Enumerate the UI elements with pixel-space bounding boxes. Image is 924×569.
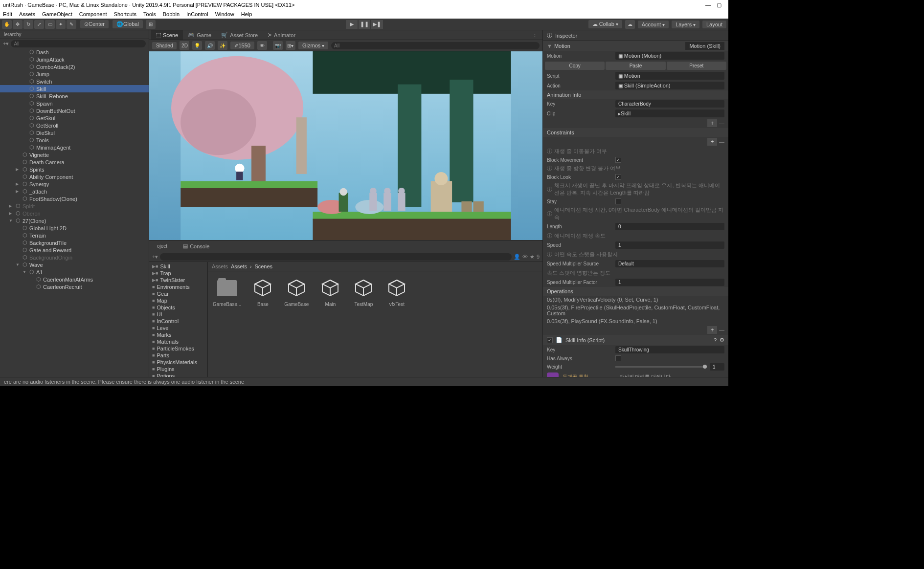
block-movement-checkbox[interactable] (615, 157, 621, 163)
tree-item[interactable]: ⬡ ComboAttack(2) (0, 63, 149, 70)
tree-item[interactable]: ⬡ Skill_Rebone (0, 92, 149, 100)
folder-item[interactable]: ■ Gear (150, 290, 206, 297)
folder-item[interactable]: ■ InControl (150, 318, 206, 325)
hand-tool-icon[interactable]: ✋ (2, 20, 12, 29)
folder-item[interactable]: ■ Potions (150, 372, 206, 377)
folder-item[interactable]: ▶■ Skill (150, 263, 206, 270)
script-value[interactable]: ▣ Motion (615, 72, 724, 80)
folder-item[interactable]: ■ Environments (150, 284, 206, 290)
skillinfo-header[interactable]: 📄 Skill Info (Script) ? ⚙ (543, 335, 728, 345)
tree-item[interactable]: ▶⬡ Oberon (0, 210, 149, 217)
asset-item[interactable]: GameBase (284, 276, 309, 307)
folder-tree[interactable]: ▶■ Skill▶■ Trap▶■ TwinSister■ Environmen… (149, 262, 208, 377)
tree-item[interactable]: ⬡ Skill (0, 85, 149, 92)
tab-project[interactable]: oject (152, 241, 172, 251)
asset-item[interactable]: vfxTest (385, 276, 408, 307)
motion-value[interactable]: ▣ Motion (Motion) (615, 52, 724, 60)
paste-button[interactable]: Paste (606, 62, 665, 70)
tab-console[interactable]: ▤ Console (178, 241, 214, 251)
pivot-global-button[interactable]: 🌐Global (113, 20, 143, 28)
pause-button[interactable]: ❚❚ (359, 20, 370, 29)
skill-key-value[interactable]: SkullThrowing (615, 346, 724, 353)
play-button[interactable]: ▶ (346, 20, 358, 29)
foldout-icon[interactable]: ▼ (547, 43, 552, 49)
speedmult-value[interactable]: Default (615, 260, 724, 267)
tree-item[interactable]: ⬡ CaerleonRecruit (0, 283, 149, 290)
tree-item[interactable]: ⬡ CaerleonManAtArms (0, 276, 149, 283)
asset-item[interactable]: Main (318, 276, 342, 307)
project-search-input[interactable] (160, 253, 511, 261)
scene-search-input[interactable] (331, 42, 540, 49)
lighting-icon[interactable]: 💡 (192, 41, 202, 50)
action-value[interactable]: ▣ Skill (SimpleAction) (615, 82, 724, 89)
foldout-icon[interactable]: ▶ (16, 167, 21, 172)
add-constraint-button[interactable]: + (707, 138, 717, 146)
weight-value[interactable]: 1 (710, 363, 724, 371)
menu-incontrol[interactable]: InControl (186, 11, 208, 17)
tree-item[interactable]: ⬡ Vignette (0, 151, 149, 158)
hasalways-checkbox[interactable] (615, 355, 621, 361)
gizmos-dropdown[interactable]: Gizmos ▾ (298, 42, 328, 49)
preset-button[interactable]: Preset (667, 62, 726, 70)
menu-shortcuts[interactable]: Shortcuts (114, 11, 136, 17)
hierarchy-tab[interactable]: ierarchy (0, 30, 149, 39)
scale-tool-icon[interactable]: ⤢ (34, 20, 44, 29)
rect-tool-icon[interactable]: ▭ (45, 20, 55, 29)
asset-item[interactable]: GameBase... (213, 276, 241, 307)
folder-item[interactable]: ■ ParticleSmokes (150, 345, 206, 352)
tree-item[interactable]: ▼⬡ 27(Clone) (0, 217, 149, 224)
foldout-icon[interactable]: ▶ (16, 189, 21, 194)
speed-value[interactable]: 1 (615, 241, 724, 249)
menu-bobbin[interactable]: Bobbin (163, 11, 180, 17)
hierarchy-tree[interactable]: ⬡ Dash⬡ JumpAttack⬡ ComboAttack(2)⬡ Jump… (0, 48, 149, 377)
hidden-icon[interactable]: 👁 (257, 41, 267, 50)
tab-game[interactable]: 🎮Game (183, 30, 216, 40)
menu-help[interactable]: Help (241, 11, 252, 17)
stay-checkbox[interactable] (615, 198, 621, 204)
menu-gameobject[interactable]: GameObject (42, 11, 72, 17)
folder-item[interactable]: ■ UI (150, 311, 206, 318)
tree-item[interactable]: ▼⬡ A1 (0, 268, 149, 276)
stats-count[interactable]: ✐1550 (230, 42, 254, 49)
constraints-header[interactable]: Constraints (543, 128, 728, 137)
length-value[interactable]: 0 (615, 223, 724, 230)
maximize-icon[interactable]: ▢ (717, 2, 721, 8)
foldout-icon[interactable]: ▼ (9, 219, 14, 223)
tree-item[interactable]: ⬡ DownButNotOut (0, 107, 149, 114)
help-icon[interactable]: ? (714, 337, 717, 343)
tree-item[interactable]: ⬡ Global Light 2D (0, 224, 149, 232)
assets-grid[interactable]: GameBase...BaseGameBaseMainTestMapvfxTes… (208, 271, 542, 377)
tab-asset-store[interactable]: 🛒Asset Store (216, 30, 263, 40)
plus-icon[interactable]: +▾ (152, 254, 158, 260)
speedfactor-value[interactable]: 1 (615, 279, 724, 286)
fx-icon[interactable]: ✨ (218, 41, 227, 50)
weight-slider[interactable] (615, 366, 707, 368)
folder-item[interactable]: ▶■ TwinSister (150, 277, 206, 284)
add-clip-button[interactable]: + (707, 119, 717, 127)
plus-icon[interactable]: +▾ (3, 41, 9, 47)
tree-item[interactable]: ⬡ Dash (0, 48, 149, 56)
folder-item[interactable]: ■ Parts (150, 352, 206, 359)
op-item[interactable]: 0.05s(3f), PlaySound (FX.SoundInfo, Fals… (547, 318, 657, 324)
shaded-dropdown[interactable]: Shaded (152, 42, 177, 49)
eye-icon[interactable]: 👁 (522, 254, 528, 260)
menu-tools[interactable]: Tools (143, 11, 156, 17)
tree-item[interactable]: ⬡ DieSkul (0, 129, 149, 136)
scene-view[interactable] (149, 51, 542, 240)
tree-item[interactable]: ⬡ BackgroundOrigin (0, 254, 149, 261)
key-value[interactable]: CharacterBody (615, 100, 724, 108)
snap-icon[interactable]: ⊞ (146, 20, 156, 29)
inspector-tab[interactable]: ⓘ Inspector (543, 30, 728, 41)
asset-item[interactable]: TestMap (352, 276, 375, 307)
tree-item[interactable]: ⬡ Spawn (0, 100, 149, 107)
tree-item[interactable]: ⬡ GetScroll (0, 122, 149, 129)
tree-item[interactable]: ⬡ Switch (0, 78, 149, 85)
tree-item[interactable]: ⬡ BackgroundTile (0, 239, 149, 246)
component-enable-checkbox[interactable] (547, 337, 553, 343)
foldout-icon[interactable]: ▶ (9, 211, 14, 216)
tree-item[interactable]: ▶⬡ _attach (0, 188, 149, 195)
tree-item[interactable]: ⬡ Ability Component (0, 173, 149, 180)
collab-dropdown[interactable]: ☁ Collab ▾ (588, 20, 622, 28)
folder-item[interactable]: ■ Marks (150, 331, 206, 338)
tree-item[interactable]: ⬡ Gate and Reward (0, 246, 149, 254)
